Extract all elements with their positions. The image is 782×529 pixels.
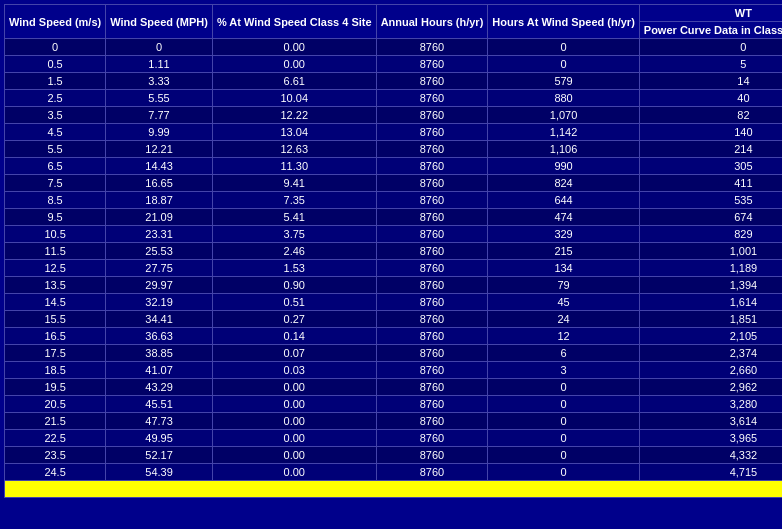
table-cell: 9.41 [212, 175, 376, 192]
table-cell: 8760 [376, 294, 488, 311]
table-cell: 329 [488, 226, 640, 243]
table-row: 3.57.7712.2287601,0708287 [5, 107, 783, 124]
table-cell: 32.19 [106, 294, 213, 311]
table-cell: 411 [639, 175, 782, 192]
table-row: 11.525.532.4687602151,001216 [5, 243, 783, 260]
hours-at-wind-speed-header: Hours At Wind Speed (h/yr) [488, 5, 640, 39]
table-cell: 41.07 [106, 362, 213, 379]
table-cell: 0.03 [212, 362, 376, 379]
table-cell: 644 [488, 192, 640, 209]
table-cell: 0.00 [212, 413, 376, 430]
table-row: 6.514.4311.308760990305302 [5, 158, 783, 175]
table-cell: 16.5 [5, 328, 106, 345]
table-cell: 13.04 [212, 124, 376, 141]
table-cell: 2,660 [639, 362, 782, 379]
table-row: 20.545.510.00876003,2800 [5, 396, 783, 413]
table-row: 0.51.110.008760050 [5, 56, 783, 73]
table-cell: 14.5 [5, 294, 106, 311]
table-row: 12.527.751.5387601341,189159 [5, 260, 783, 277]
table-cell: 2,105 [639, 328, 782, 345]
table-cell: 2.5 [5, 90, 106, 107]
table-cell: 18.87 [106, 192, 213, 209]
table-cell: 24.5 [5, 464, 106, 481]
table-cell: 4,332 [639, 447, 782, 464]
table-cell: 4.5 [5, 124, 106, 141]
table-cell: 8760 [376, 277, 488, 294]
table-row: 16.536.630.148760122,10526 [5, 328, 783, 345]
table-cell: 0.14 [212, 328, 376, 345]
table-cell: 0 [488, 413, 640, 430]
table-cell: 7.35 [212, 192, 376, 209]
table-cell: 674 [639, 209, 782, 226]
table-cell: 8760 [376, 192, 488, 209]
table-cell: 25.53 [106, 243, 213, 260]
table-cell: 8760 [376, 90, 488, 107]
table-cell: 0.00 [212, 464, 376, 481]
table-cell: 23.5 [5, 447, 106, 464]
table-cell: 18.5 [5, 362, 106, 379]
table-cell: 3.5 [5, 107, 106, 124]
table-cell: 47.73 [106, 413, 213, 430]
table-cell: 1.53 [212, 260, 376, 277]
table-row: 24.554.390.00876004,7150 [5, 464, 783, 481]
table-cell: 24 [488, 311, 640, 328]
table-cell: 2,962 [639, 379, 782, 396]
table-cell: 0.00 [212, 56, 376, 73]
table-cell: 6 [488, 345, 640, 362]
table-cell: 12.5 [5, 260, 106, 277]
table-cell: 10.04 [212, 90, 376, 107]
table-cell: 8760 [376, 124, 488, 141]
table-cell: 12.63 [212, 141, 376, 158]
table-cell: 6.5 [5, 158, 106, 175]
table-cell: 8760 [376, 226, 488, 243]
table-row: 18.541.070.03876032,6607 [5, 362, 783, 379]
table-cell: 1,070 [488, 107, 640, 124]
table-cell: 29.97 [106, 277, 213, 294]
table-row: 19.543.290.00876002,9620 [5, 379, 783, 396]
table-cell: 8760 [376, 107, 488, 124]
table-cell: 8760 [376, 464, 488, 481]
table-cell: 45 [488, 294, 640, 311]
table-cell: 14.43 [106, 158, 213, 175]
table-cell: 49.95 [106, 430, 213, 447]
table-cell: 1.5 [5, 73, 106, 90]
table-cell: 2.46 [212, 243, 376, 260]
table-cell: 829 [639, 226, 782, 243]
table-cell: 12.22 [212, 107, 376, 124]
table-cell: 23.31 [106, 226, 213, 243]
table-cell: 8760 [376, 56, 488, 73]
table-cell: 0.27 [212, 311, 376, 328]
table-cell: 8760 [376, 158, 488, 175]
table-cell: 3,280 [639, 396, 782, 413]
table-cell: 0 [5, 39, 106, 56]
table-cell: 7.5 [5, 175, 106, 192]
table-row: 2.55.5510.0487608804035 [5, 90, 783, 107]
table-row: 8.518.877.358760644535344 [5, 192, 783, 209]
table-cell: 1,851 [639, 311, 782, 328]
table-row: 21.547.730.00876003,6140 [5, 413, 783, 430]
table-cell: 8760 [376, 73, 488, 90]
table-cell: 134 [488, 260, 640, 277]
table-cell: 8760 [376, 175, 488, 192]
table-cell: 8760 [376, 413, 488, 430]
table-cell: 3.75 [212, 226, 376, 243]
total-row: 2,752 [5, 481, 783, 498]
table-row: 23.552.170.00876004,3320 [5, 447, 783, 464]
table-cell: 140 [639, 124, 782, 141]
wt-power-header-sub: Power Curve Data in Class 4 Wind (W) [639, 22, 782, 39]
table-cell: 8760 [376, 260, 488, 277]
table-cell: 5.5 [5, 141, 106, 158]
table-row: 7.516.659.418760824411339 [5, 175, 783, 192]
table-cell: 9.5 [5, 209, 106, 226]
table-cell: 0 [488, 396, 640, 413]
table-row: 17.538.850.07876062,37415 [5, 345, 783, 362]
table-row: 14.532.190.518760451,61472 [5, 294, 783, 311]
table-cell: 1.11 [106, 56, 213, 73]
table-cell: 4,715 [639, 464, 782, 481]
table-cell: 0.00 [212, 447, 376, 464]
table-cell: 0 [106, 39, 213, 56]
table-cell: 38.85 [106, 345, 213, 362]
table-cell: 535 [639, 192, 782, 209]
table-cell: 8760 [376, 311, 488, 328]
table-cell: 0 [488, 447, 640, 464]
